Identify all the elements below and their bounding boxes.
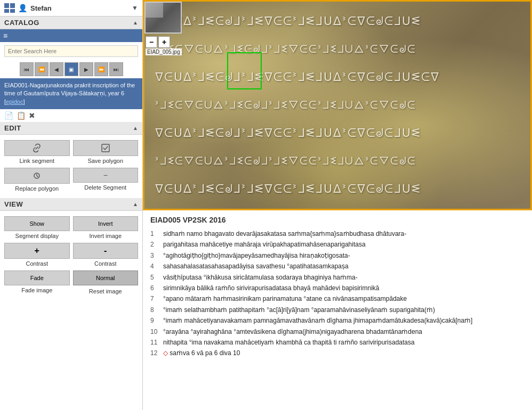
- svg-rect-0: [4, 3, 9, 8]
- normal-button[interactable]: Normal: [73, 270, 139, 285]
- nav-last-button[interactable]: ⏭: [109, 62, 123, 76]
- epidoc-link[interactable]: epidoc: [6, 99, 23, 105]
- nav-prev-fast-button[interactable]: ⏪: [35, 62, 49, 76]
- script-line-7: ᐁᕮᑌᐃᕑᒧᓬᕮᖙᒧᕑᒧᓬᐁᕮᕮᕑᒧᓬᒧᑌᐃᕑᕮᐁᕮᖙᕮᒧᑌᓬ: [155, 182, 520, 196]
- username: Stefan: [30, 4, 52, 12]
- line-content: nithapita °ima navakama mahācetiyaṁ kham…: [163, 337, 525, 348]
- edit-title: Edit: [4, 124, 21, 132]
- line-content: parigahitasa mahācetiye mahāraja virūpak…: [163, 239, 525, 250]
- save-polygon-label: Save polygon: [87, 157, 123, 165]
- search-input[interactable]: [4, 45, 138, 57]
- doc-icon-1[interactable]: 📄: [4, 111, 13, 120]
- line-content: °agihotāgiṭho{giṭho}mavājapeyāsamedhayāj…: [163, 250, 525, 261]
- nav-first-button[interactable]: ⏮: [20, 62, 34, 76]
- contrast-minus-label: Contrast: [94, 260, 117, 267]
- link-segment-label: Link segment: [20, 157, 54, 165]
- invert-button[interactable]: Invert: [73, 216, 139, 231]
- replace-polygon-button[interactable]: [4, 168, 70, 184]
- view-section-header[interactable]: View ▲: [0, 198, 142, 211]
- catalog-section-header[interactable]: Catalog ▲: [0, 17, 142, 29]
- line-number: 12: [150, 348, 159, 358]
- diamond-symbol: ◇: [163, 349, 168, 357]
- inscription-image[interactable]: ᐁᕮᑌᐃᕑᒧᓬᕮᖙᒧᕑᒧᓬᐁᕮᕮᕑᒧᓬᒧᑌᐃᕑᕮᐁᕮᖙᕮᒧᑌᓬ ᕑᒧᓬᕮᐁᕮᑌᐃ…: [144, 2, 530, 209]
- line-number: 3: [150, 250, 159, 261]
- script-line-3: ᐁᕮᑌᐃᕑᒧᓬᕮᖙᒧᕑᒧᓬᐁᕮᕮᕑᒧᓬᒧᑌᐃᕑᕮᐁᕮᖙᕮᒧᑌᓬᕮᐁ: [155, 70, 520, 84]
- sidebar: 👤 Stefan ▼ Catalog ▲ ≡ ⏮ ⏪ ◀ ▣ ▶ ⏩ ⏭ EIA…: [0, 0, 143, 410]
- delete-segment-label: Delete Segment: [84, 184, 126, 191]
- line-content: °imaṁ mahācetiyanavakamam pamnagāmavatha…: [163, 315, 525, 326]
- catalog-doc-icons: 📄 📋 ✖: [0, 109, 142, 122]
- invert-image-label: Invert image: [89, 232, 122, 240]
- contrast-minus-button[interactable]: -: [73, 243, 139, 259]
- thumbnail-panel: [144, 2, 182, 34]
- line-content: sirimnikāya bālikā raṁño sirivirapurisad…: [163, 283, 525, 293]
- script-line-5: ᐁᕮᑌᐃᕑᒧᓬᕮᖙᒧᕑᒧᓬᐁᕮᕮᕑᒧᓬᒧᑌᐃᕑᕮᐁᕮᖙᕮᒧᑌᓬ: [155, 126, 520, 140]
- save-polygon-button[interactable]: [73, 140, 139, 156]
- show-segment-group: Show Segment display: [4, 216, 70, 240]
- fade-button[interactable]: Fade: [4, 270, 70, 285]
- contrast-plus-icon: +: [35, 246, 39, 256]
- line-number: 9: [150, 315, 159, 326]
- view-arrow: ▲: [133, 201, 138, 207]
- user-icon: 👤: [18, 4, 27, 12]
- line-content: sidhaṁ namo bhagavato devarājasakatasa s…: [163, 228, 525, 239]
- catalog-title: Catalog: [4, 19, 39, 27]
- reset-image-label: Reset image: [89, 288, 122, 295]
- script-line-4: ᕑᒧᓬᕮᐁᕮᑌᐃᕑᒧᓬᕮᖙᒧᕑᒧᓬᐁᕮᕮᕑᒧᓬᒧᑌᐃᕑᕮᐁᕮᖙᕮ: [155, 99, 520, 111]
- app-icon: [4, 3, 15, 13]
- text-line: 11nithapita °ima navakama mahācetiyaṁ kh…: [150, 337, 525, 348]
- replace-polygon-group: Replace polygon: [4, 168, 70, 192]
- line-content: vāsiṭhīputasa °ikhākusa siricātamulasa s…: [163, 272, 525, 283]
- line-content: ◇ saṁva 6 vā pa 6 diva 10: [163, 348, 525, 358]
- line-content: °imaṁ selathambhaṁ patithapitaṁ °ac[ā]ri…: [163, 305, 525, 315]
- line-number: 6: [150, 283, 159, 293]
- nav-next-fast-button[interactable]: ⏩: [94, 62, 108, 76]
- text-panel: EIAD005 VP2SK 2016 1sidhaṁ namo bhagavat…: [143, 210, 532, 410]
- catalog-item-text: EIAD001-Nagarjunakonda prakrit inscripti…: [4, 82, 135, 105]
- delete-segment-button[interactable]: −: [73, 168, 139, 183]
- line-number: 2: [150, 239, 159, 250]
- view-title: View: [4, 200, 23, 208]
- text-line: 5vāsiṭhīputasa °ikhākusa siricātamulasa …: [150, 272, 525, 283]
- catalog-arrow: ▲: [133, 20, 138, 26]
- save-polygon-group: Save polygon: [73, 140, 139, 165]
- show-label: Show: [29, 220, 44, 227]
- text-lines: 1sidhaṁ namo bhagavato devarājasakatasa …: [150, 228, 525, 359]
- line-number: 11: [150, 337, 159, 348]
- zoom-controls: − +: [146, 36, 170, 48]
- doc-icon-delete[interactable]: ✖: [29, 111, 35, 120]
- line-number: 1: [150, 228, 159, 239]
- svg-rect-2: [4, 9, 9, 13]
- line-content: °apano mātaraṁ haṁmasirinikam parinamatu…: [163, 293, 525, 304]
- invert-group: Invert Invert image: [73, 216, 139, 240]
- edit-section: Link segment Save polygon Replace polygo…: [0, 135, 142, 198]
- nav-page-button[interactable]: ▣: [65, 62, 78, 76]
- nav-prev-button[interactable]: ◀: [50, 62, 63, 76]
- text-line: 2parigahitasa mahācetiye mahāraja virūpa…: [150, 239, 525, 250]
- zoom-in-button[interactable]: +: [158, 36, 170, 48]
- line-content: sahasahalasatasahasapadāyisa savathesu °…: [163, 261, 525, 272]
- contrast-plus-label: Contrast: [26, 260, 48, 267]
- user-header: 👤 Stefan ▼: [0, 0, 142, 17]
- line-number: 10: [150, 326, 159, 337]
- line-content: °arayāna °ayirahaghāna °amtevāsikena dīg…: [163, 326, 525, 337]
- selection-box[interactable]: [227, 52, 262, 89]
- text-line: 3°agihotāgiṭho{giṭho}mavājapeyāsamedhayā…: [150, 250, 525, 261]
- svg-rect-4: [102, 144, 109, 152]
- edit-section-header[interactable]: Edit ▲: [0, 122, 142, 135]
- doc-icon-2[interactable]: 📋: [17, 111, 26, 120]
- zoom-out-button[interactable]: −: [146, 36, 157, 48]
- script-line-1: ᐁᕮᑌᐃᕑᒧᓬᕮᖙᒧᕑᒧᓬᐁᕮᕮᕑᒧᓬᒧᑌᐃᕑᕮᐁᕮᖙᕮᒧᑌᓬ: [155, 14, 520, 28]
- sidebar-collapse-arrow[interactable]: ▼: [132, 4, 138, 12]
- catalog-item[interactable]: EIAD001-Nagarjunakonda prakrit inscripti…: [0, 78, 142, 109]
- inscription-title: EIAD005 VP2SK 2016: [150, 216, 525, 224]
- text-line: 4sahasahalasatasahasapadāyisa savathesu …: [150, 261, 525, 272]
- svg-rect-1: [10, 3, 15, 8]
- contrast-plus-button[interactable]: +: [4, 243, 70, 259]
- link-segment-button[interactable]: [4, 140, 70, 156]
- nav-next-button[interactable]: ▶: [79, 62, 93, 76]
- fade-label: Fade: [30, 275, 44, 281]
- search-box: [4, 45, 138, 57]
- text-line: 10°arayāna °ayirahaghāna °amtevāsikena d…: [150, 326, 525, 337]
- show-button[interactable]: Show: [4, 216, 70, 231]
